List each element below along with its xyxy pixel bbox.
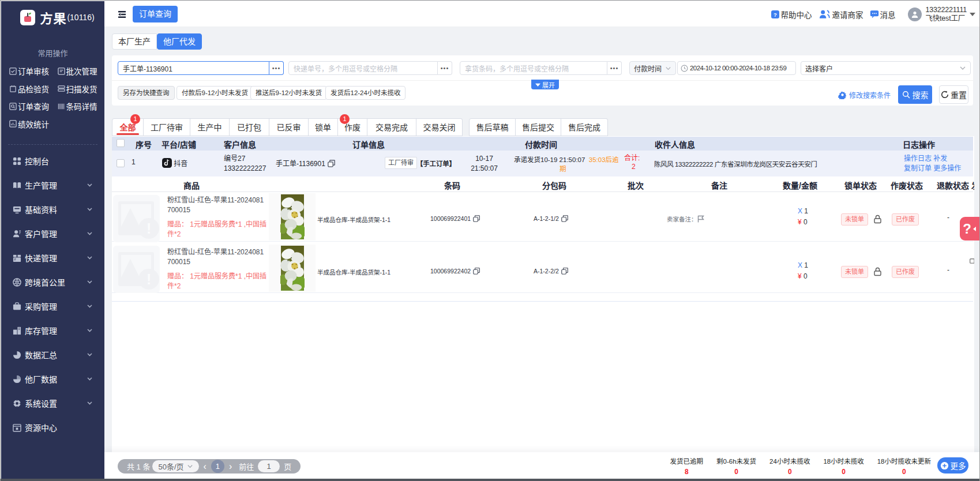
svg-text:?: ? [774,11,777,17]
